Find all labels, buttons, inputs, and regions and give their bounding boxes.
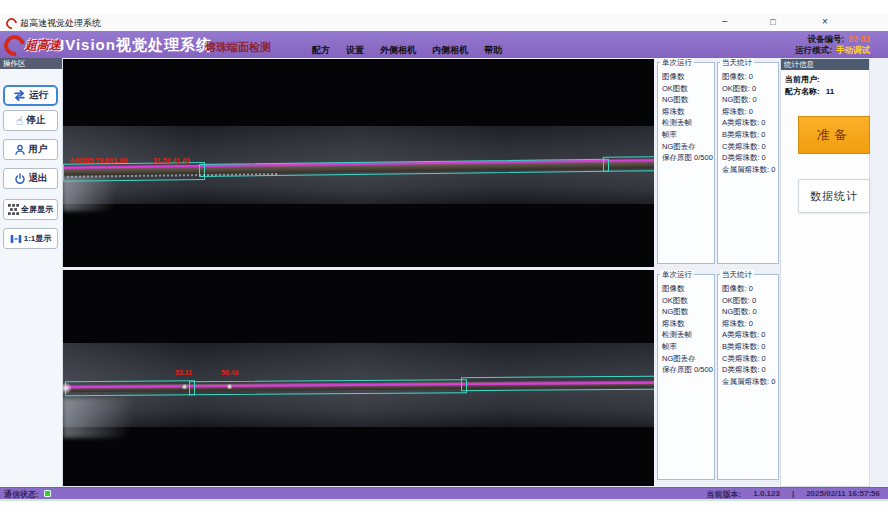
stat-row: 图像数 bbox=[662, 283, 714, 295]
run-button[interactable]: 运行 bbox=[3, 85, 58, 106]
one-to-one-icon bbox=[10, 233, 22, 245]
camera-feed-top[interactable]: 440885 79.8X1.69 31.53 41.49 bbox=[63, 59, 654, 267]
device-value: 22-33 bbox=[848, 34, 870, 44]
window-title: 超高速视觉处理系统 bbox=[20, 17, 101, 30]
user-button-label: 用户 bbox=[29, 143, 48, 156]
fullscreen-button-label: 全屏显示 bbox=[21, 204, 53, 215]
measurement-annotation: 53.11 bbox=[175, 369, 192, 376]
close-button[interactable]: × bbox=[812, 14, 838, 31]
stat-row: D类熔珠数: 0 bbox=[722, 364, 778, 376]
stat-row: 熔珠数 bbox=[662, 106, 714, 118]
group-title: 单次运行 bbox=[660, 270, 694, 279]
mode-label: 运行模式: bbox=[795, 45, 832, 55]
stat-row: C类熔珠数: 0 bbox=[722, 141, 778, 153]
stat-row: OK图数: 0 bbox=[722, 83, 778, 95]
stat-row: NG图数 bbox=[662, 94, 714, 106]
data-statistics-button[interactable]: 数据统计 bbox=[798, 179, 870, 213]
statusbar-accent-line bbox=[0, 499, 888, 501]
measurement-annotation: 440885 79.8X1.69 bbox=[70, 157, 127, 164]
run-button-label: 运行 bbox=[29, 89, 48, 102]
stat-row: NG图丢存 bbox=[662, 141, 714, 153]
power-icon bbox=[14, 173, 26, 185]
info-panel-title: 统计信息 bbox=[781, 59, 869, 70]
recipe-value: 11 bbox=[826, 87, 834, 96]
stat-row: 帧率 bbox=[662, 341, 714, 353]
stop-button[interactable]: ☝ 停止 bbox=[3, 110, 58, 131]
stop-button-label: 停止 bbox=[26, 114, 45, 127]
single-run-stats-top: 单次运行 图像数OK图数NG图数熔珠数检测丢帧帧率NG图丢存保存原图 0/500 bbox=[657, 62, 715, 264]
camera-feed-bottom[interactable]: 53.11 56.43 bbox=[63, 270, 654, 486]
stat-row: 图像数: 0 bbox=[722, 71, 778, 83]
detection-box bbox=[65, 380, 195, 396]
main-area: 操作区 运行 ☝ 停止 bbox=[0, 58, 888, 487]
menu-item[interactable]: 外侧相机 bbox=[380, 44, 416, 57]
sidebar-title: 操作区 bbox=[0, 58, 62, 69]
current-user-row: 当前用户: bbox=[785, 74, 820, 85]
measurement-annotation: 56.43 bbox=[221, 369, 239, 376]
stat-row: 帧率 bbox=[662, 129, 714, 141]
stat-rows: 图像数: 0OK图数: 0NG图数: 0熔珠数: 0A类熔珠数: 0B类熔珠数:… bbox=[722, 71, 778, 175]
maximize-button[interactable]: □ bbox=[760, 14, 786, 31]
stat-row: 保存原图 0/500 bbox=[662, 364, 714, 376]
status-bar: 通信状态: 当前版本: 1.0.123 | 2025/02/11 16:57:5… bbox=[0, 487, 888, 499]
stat-row: 金属屑熔珠数: 0 bbox=[722, 164, 778, 176]
camera-top-reflection bbox=[63, 177, 135, 211]
fullscreen-button[interactable]: 全屏显示 bbox=[3, 199, 58, 220]
defect-marker bbox=[182, 384, 187, 389]
stat-row: 熔珠数: 0 bbox=[722, 318, 778, 330]
stat-row: OK图数 bbox=[662, 83, 714, 95]
user-icon bbox=[14, 144, 26, 156]
menu-item[interactable]: 设置 bbox=[346, 44, 364, 57]
exit-button-label: 退出 bbox=[29, 172, 48, 185]
group-title: 当天统计 bbox=[720, 58, 754, 67]
stop-hand-icon: ☝ bbox=[16, 115, 23, 127]
stat-row: B类熔珠数: 0 bbox=[722, 129, 778, 141]
single-run-stats-bottom: 单次运行 图像数OK图数NG图数熔珠数检测丢帧帧率NG图丢存保存原图 0/500 bbox=[657, 274, 715, 480]
prepare-button[interactable]: 准备 bbox=[798, 116, 870, 154]
stat-rows: 图像数OK图数NG图数熔珠数检测丢帧帧率NG图丢存保存原图 0/500 bbox=[662, 283, 714, 376]
group-title: 当天统计 bbox=[720, 270, 754, 279]
detection-box bbox=[461, 376, 654, 392]
defect-marker bbox=[227, 384, 232, 389]
brand-name: 超高速 bbox=[25, 37, 61, 54]
fullscreen-grid-icon bbox=[8, 204, 19, 215]
current-user-label: 当前用户: bbox=[785, 75, 820, 84]
recipe-row: 配方名称:11 bbox=[785, 86, 834, 97]
menu-item[interactable]: 配方 bbox=[312, 44, 330, 57]
minimize-button[interactable]: − bbox=[712, 14, 738, 31]
user-button[interactable]: 用户 bbox=[3, 139, 58, 160]
bright-spot bbox=[63, 382, 72, 394]
app-header: 超高速 IVision视觉处理系统 熔珠端面检测 配方设置外侧相机内侧相机帮助 … bbox=[0, 31, 888, 58]
exit-button[interactable]: 退出 bbox=[3, 168, 58, 189]
recipe-label: 配方名称: bbox=[785, 87, 820, 96]
daily-stats-bottom: 当天统计 图像数: 0OK图数: 0NG图数: 0熔珠数: 0A类熔珠数: 0B… bbox=[717, 274, 779, 480]
stat-row: 图像数: 0 bbox=[722, 283, 778, 295]
mode-value: 手动调试 bbox=[836, 45, 870, 55]
stat-row: NG图丢存 bbox=[662, 353, 714, 365]
stat-row: NG图数: 0 bbox=[722, 94, 778, 106]
stat-row: OK图数 bbox=[662, 295, 714, 307]
stat-row: 图像数 bbox=[662, 71, 714, 83]
stat-row: 检测丢帧 bbox=[662, 117, 714, 129]
stat-row: D类熔珠数: 0 bbox=[722, 152, 778, 164]
menu-item[interactable]: 帮助 bbox=[484, 44, 502, 57]
stat-rows: 图像数OK图数NG图数熔珠数检测丢帧帧率NG图丢存保存原图 0/500 bbox=[662, 71, 714, 164]
stat-row: B类熔珠数: 0 bbox=[722, 341, 778, 353]
device-label: 设备编号: bbox=[807, 34, 844, 44]
stat-row: A类熔珠数: 0 bbox=[722, 117, 778, 129]
stat-row: NG图数: 0 bbox=[722, 306, 778, 318]
app-window: 超高速视觉处理系统 − □ × 超高速 IVision视觉处理系统 熔珠端面检测… bbox=[0, 0, 888, 522]
one-to-one-button[interactable]: 1:1显示 bbox=[3, 228, 58, 249]
comm-status-indicator bbox=[44, 490, 51, 497]
menu-item[interactable]: 内侧相机 bbox=[432, 44, 468, 57]
camera-bottom-reflection bbox=[63, 398, 158, 438]
menu-bar: 配方设置外侧相机内侧相机帮助 bbox=[312, 44, 502, 57]
detection-box bbox=[63, 162, 205, 182]
stat-row: 熔珠数 bbox=[662, 318, 714, 330]
stat-row: 检测丢帧 bbox=[662, 329, 714, 341]
window-titlebar: 超高速视觉处理系统 − □ × bbox=[0, 14, 888, 32]
stat-row: C类熔珠数: 0 bbox=[722, 353, 778, 365]
measurement-annotation: 31.53 41.49 bbox=[153, 157, 190, 164]
device-info: 设备编号:22-33 运行模式:手动调试 bbox=[795, 34, 870, 56]
group-title: 单次运行 bbox=[660, 58, 694, 67]
